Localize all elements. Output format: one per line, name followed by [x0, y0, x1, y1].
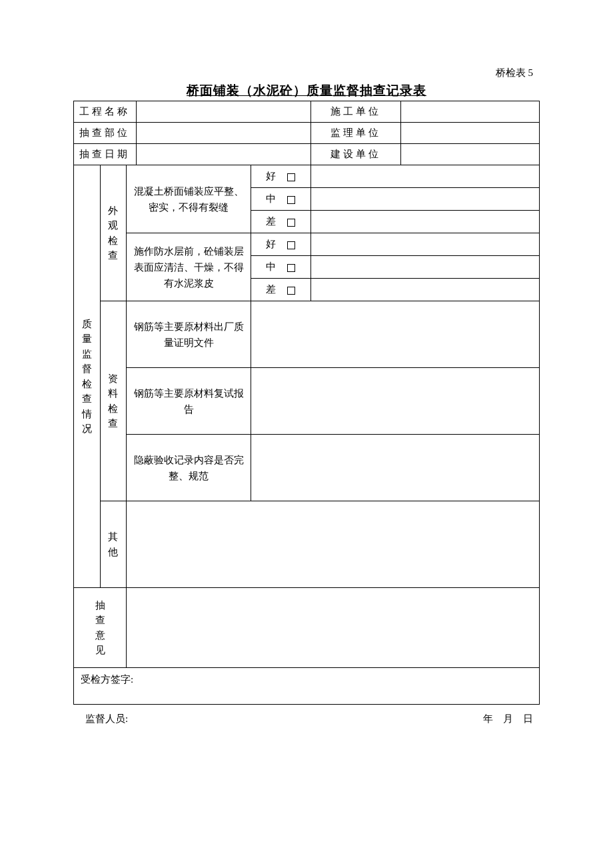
checkbox-icon[interactable] — [287, 264, 295, 272]
remark-cell[interactable] — [310, 279, 539, 301]
value-build-unit[interactable] — [400, 144, 539, 165]
label-supervision-unit: 监理单位 — [310, 123, 400, 144]
table-row: 抽查日期 建设单位 — [74, 144, 540, 165]
date-label: 年 月 日 — [483, 713, 533, 725]
opinion-label: 抽查意见 — [74, 588, 127, 668]
rating-cell[interactable]: 中 — [251, 188, 310, 211]
checkbox-icon[interactable] — [287, 287, 295, 295]
rating-cell[interactable]: 差 — [251, 279, 310, 301]
footer: 监督人员: 年 月 日 — [73, 705, 540, 725]
label-check-part: 抽查部位 — [74, 123, 137, 144]
signature-cell[interactable]: 受检方签字: — [74, 668, 540, 705]
table-row: 施作防水层前，砼铺装层表面应清洁、干燥，不得有水泥浆皮 好 — [74, 233, 540, 256]
form-title: 桥面铺装（水泥砼）质量监督抽查记录表 — [73, 82, 540, 99]
label-construction-unit: 施工单位 — [310, 101, 400, 123]
inspection-table: 工程名称 施工单位 抽查部位 监理单位 抽查日期 建设单位 质量监督检查情况 外… — [73, 101, 540, 705]
table-row: 抽查意见 — [74, 588, 540, 668]
doc-item-2: 钢筋等主要原材料复试报告 — [127, 368, 251, 435]
rating-cell[interactable]: 差 — [251, 211, 310, 233]
main-category-label: 质量监督检查情况 — [74, 165, 101, 588]
checkbox-icon[interactable] — [287, 196, 295, 204]
table-row: 资料检查 钢筋等主要原材料出厂质量证明文件 — [74, 301, 540, 368]
form-code: 桥检表 5 — [73, 67, 540, 79]
checkbox-icon[interactable] — [287, 219, 295, 227]
value-project-name[interactable] — [136, 101, 310, 123]
other-category-label: 其他 — [100, 501, 127, 588]
remark-cell[interactable] — [310, 165, 539, 188]
value-supervision-unit[interactable] — [400, 123, 539, 144]
doc-item-1: 钢筋等主要原材料出厂质量证明文件 — [127, 301, 251, 368]
other-content[interactable] — [127, 501, 540, 588]
label-check-date: 抽查日期 — [74, 144, 137, 165]
rating-cell[interactable]: 好 — [251, 233, 310, 256]
visual-item-2: 施作防水层前，砼铺装层表面应清洁、干燥，不得有水泥浆皮 — [127, 233, 251, 301]
table-row: 抽查部位 监理单位 — [74, 123, 540, 144]
rating-cell[interactable]: 中 — [251, 256, 310, 279]
table-row: 其他 — [74, 501, 540, 588]
remark-cell[interactable] — [310, 211, 539, 233]
rating-cell[interactable]: 好 — [251, 165, 310, 188]
doc-category-label: 资料检查 — [100, 301, 127, 501]
table-row: 质量监督检查情况 外观检查 混凝土桥面铺装应平整、密实，不得有裂缝 好 — [74, 165, 540, 188]
value-construction-unit[interactable] — [400, 101, 539, 123]
remark-cell[interactable] — [310, 233, 539, 256]
table-row: 钢筋等主要原材料复试报告 — [74, 368, 540, 435]
remark-cell[interactable] — [251, 435, 540, 501]
visual-category-label: 外观检查 — [100, 165, 127, 301]
table-row: 隐蔽验收记录内容是否完整、规范 — [74, 435, 540, 501]
remark-cell[interactable] — [251, 301, 540, 368]
remark-cell[interactable] — [251, 368, 540, 435]
checkbox-icon[interactable] — [287, 173, 295, 181]
value-check-date[interactable] — [136, 144, 310, 165]
remark-cell[interactable] — [310, 188, 539, 211]
label-project-name: 工程名称 — [74, 101, 137, 123]
doc-item-3: 隐蔽验收记录内容是否完整、规范 — [127, 435, 251, 501]
remark-cell[interactable] — [310, 256, 539, 279]
checkbox-icon[interactable] — [287, 241, 295, 249]
opinion-content[interactable] — [127, 588, 540, 668]
label-build-unit: 建设单位 — [310, 144, 400, 165]
value-check-part[interactable] — [136, 123, 310, 144]
table-row: 受检方签字: — [74, 668, 540, 705]
inspector-label: 监督人员: — [85, 713, 128, 725]
visual-item-1: 混凝土桥面铺装应平整、密实，不得有裂缝 — [127, 165, 251, 233]
table-row: 工程名称 施工单位 — [74, 101, 540, 123]
